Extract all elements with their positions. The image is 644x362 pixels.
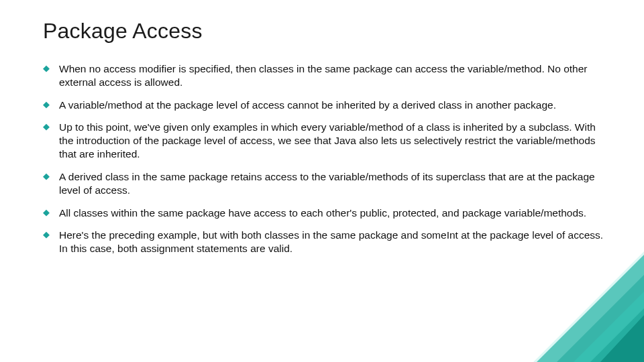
svg-marker-2: [574, 292, 644, 362]
bullet-text: All classes within the same package have…: [59, 207, 586, 219]
bullet-icon: ◆: [43, 208, 50, 217]
list-item: ◆ A variable/method at the package level…: [43, 99, 604, 112]
bullet-icon: ◆: [43, 100, 50, 109]
bullet-icon: ◆: [43, 230, 50, 239]
list-item: ◆ All classes within the same package ha…: [43, 206, 604, 220]
bullet-icon: ◆: [43, 64, 50, 72]
list-item: ◆ When no access modifier is specified, …: [43, 62, 604, 89]
bullet-text: When no access modifier is specified, th…: [59, 63, 587, 88]
slide: Package Access ◆ When no access modifier…: [0, 0, 644, 362]
bullet-icon: ◆: [43, 122, 50, 131]
bullet-list: ◆ When no access modifier is specified, …: [43, 62, 604, 255]
list-item: ◆ A derived class in the same package re…: [43, 170, 604, 197]
bullet-text: A derived class in the same package reta…: [59, 171, 595, 196]
bullet-text: Up to this point, we've given only examp…: [59, 121, 596, 160]
svg-marker-0: [537, 255, 644, 362]
slide-title: Package Access: [43, 19, 604, 44]
svg-marker-3: [533, 251, 644, 362]
svg-marker-1: [590, 308, 644, 362]
bullet-text: A variable/method at the package level o…: [59, 99, 556, 111]
bullet-text: Here's the preceding example, but with b…: [59, 229, 603, 254]
list-item: ◆ Up to this point, we've given only exa…: [43, 121, 604, 160]
list-item: ◆ Here's the preceding example, but with…: [43, 229, 604, 255]
bullet-icon: ◆: [43, 172, 50, 180]
